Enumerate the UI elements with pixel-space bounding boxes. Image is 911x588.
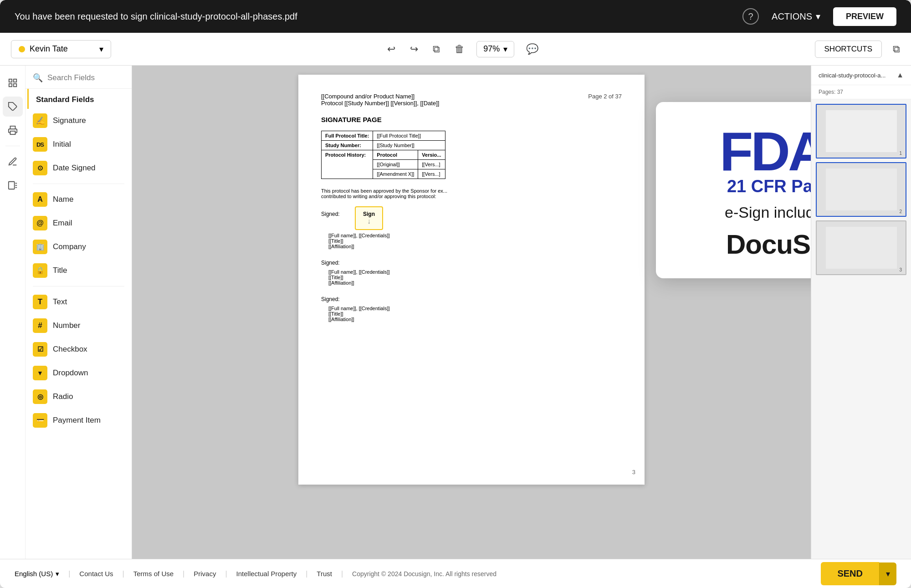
thumbnail-1[interactable]: 1 [816, 104, 906, 159]
sidebar-icon-print[interactable] [3, 120, 23, 140]
zoom-control[interactable]: 97% ▾ [476, 41, 514, 57]
signed-section-3: Signed: [[Full name]], [[Credentials]] [… [321, 295, 622, 322]
radio-icon: ◎ [33, 389, 47, 404]
contact-us-link[interactable]: Contact Us [79, 570, 113, 578]
pdf-page: [[Compound and/or Product Name]] Protoco… [298, 75, 645, 485]
actions-button[interactable]: ACTIONS ▾ [772, 11, 820, 22]
divider-2 [33, 286, 124, 286]
fda-logo: FDA 21 CFR Part 11 [720, 120, 811, 196]
delete-button[interactable]: 🗑 [452, 41, 467, 58]
svg-rect-5 [10, 131, 15, 134]
user-dropdown-chevron-icon: ▾ [99, 44, 103, 54]
svg-rect-0 [9, 79, 11, 82]
signed-label-2: Signed: [321, 260, 340, 266]
field-label-date-signed: Date Signed [53, 164, 96, 173]
field-item-name[interactable]: A Name [26, 188, 132, 211]
toolbar: Kevin Tate ▾ ↩ ↪ ⧉ 🗑 97% ▾ 💬 SHORTCUTS ⧉ [0, 33, 911, 66]
field-label-checkbox: Checkbox [53, 345, 87, 354]
table-cell: [[Full Protocol Title]] [373, 131, 445, 141]
pdf-header-line1: [[Compound and/or Product Name]] [321, 93, 622, 100]
pages-view-button[interactable]: ⧉ [893, 43, 900, 55]
signer-info-2: [[Full name]], [[Credentials]] [[Title]]… [328, 269, 622, 286]
svg-text:FDA: FDA [720, 121, 811, 179]
table-cell: [[Vers...] [418, 169, 445, 179]
field-label-initial: Initial [53, 140, 71, 149]
table-cell: [[Original]] [373, 160, 418, 169]
field-item-radio[interactable]: ◎ Radio [26, 385, 132, 409]
comment-button[interactable]: 💬 [523, 41, 541, 58]
preview-button[interactable]: PREVIEW [833, 7, 896, 26]
field-label-email: Email [53, 219, 72, 228]
field-label-name: Name [53, 195, 73, 204]
table-cell: [[Amendment X]] [373, 169, 418, 179]
table-cell: [[Study Number]] [373, 141, 445, 150]
top-bar: You have been requested to sign clinical… [0, 0, 911, 33]
sign-button-1[interactable]: Sign ↓ [355, 206, 383, 230]
field-item-title[interactable]: 🔒 Title [26, 259, 132, 282]
sidebar-icon-pen[interactable] [3, 152, 23, 172]
fields-list: ✍ Signature DS Initial ⊙ Date Signed [26, 109, 132, 432]
company-icon: 🏢 [33, 240, 47, 254]
shortcuts-button[interactable]: SHORTCUTS [815, 41, 882, 58]
sidebar-icon-strip [0, 66, 26, 559]
sidebar-icon-pages[interactable] [3, 175, 23, 195]
email-icon: @ [33, 216, 47, 230]
field-item-date-signed[interactable]: ⊙ Date Signed [26, 156, 132, 180]
thumbnail-2[interactable]: 2 [816, 162, 906, 217]
sidebar-icon-tag[interactable] [3, 97, 23, 117]
user-dropdown[interactable]: Kevin Tate ▾ [11, 40, 111, 58]
sidebar: 🔍 ✕ Standard Fields ✍ Signature DS [0, 66, 132, 559]
request-text: You have been requested to sign clinical… [15, 11, 297, 22]
table-cell: Study Number: [322, 141, 373, 150]
field-item-signature[interactable]: ✍ Signature [26, 109, 132, 133]
field-item-company[interactable]: 🏢 Company [26, 235, 132, 259]
field-item-initial[interactable]: DS Initial [26, 133, 132, 156]
terms-link[interactable]: Terms of Use [133, 570, 174, 578]
text-icon: T [33, 295, 47, 309]
field-item-number[interactable]: # Number [26, 314, 132, 337]
approval-text: This protocol has been approved by the S… [321, 188, 622, 199]
svg-rect-1 [13, 79, 16, 82]
send-button[interactable]: SEND [821, 562, 879, 585]
field-item-checkbox[interactable]: ☑ Checkbox [26, 337, 132, 361]
initial-icon: DS [33, 137, 47, 152]
redo-button[interactable]: ↪ [407, 41, 421, 58]
field-label-text: Text [53, 297, 67, 307]
actions-chevron-icon: ▾ [816, 11, 820, 22]
main-layout: 🔍 ✕ Standard Fields ✍ Signature DS [0, 66, 911, 559]
signer-info-3: [[Full name]], [[Credentials]] [[Title]]… [328, 306, 622, 322]
copy-button[interactable]: ⧉ [430, 41, 443, 58]
field-label-radio: Radio [53, 392, 73, 401]
help-icon[interactable]: ? [742, 8, 759, 25]
intellectual-property-link[interactable]: Intellectual Property [236, 570, 297, 578]
signed-section-1: Signed: Sign ↓ [[Full name]], [[Credenti… [321, 206, 622, 249]
sidebar-icon-fields[interactable] [3, 73, 23, 93]
search-input[interactable] [47, 73, 132, 82]
toolbar-center: ↩ ↪ ⧉ 🗑 97% ▾ 💬 [384, 41, 541, 58]
signed-label-1: Signed: [321, 206, 343, 217]
field-item-dropdown[interactable]: ▼ Dropdown [26, 361, 132, 385]
sign-arrow-icon: ↓ [367, 217, 371, 225]
language-selector[interactable]: English (US) ▾ [15, 570, 59, 578]
signed-label-3: Signed: [321, 296, 340, 302]
send-btn-container: SEND ▾ [821, 562, 896, 585]
field-label-number: Number [53, 321, 80, 330]
send-dropdown-button[interactable]: ▾ [879, 562, 896, 585]
fda-overlay: FDA 21 CFR Part 11 e-Sign included w/ Do… [656, 102, 811, 278]
zoom-chevron-icon: ▾ [503, 44, 507, 54]
date-signed-icon: ⊙ [33, 161, 47, 175]
privacy-link[interactable]: Privacy [194, 570, 216, 578]
page-bottom-number: 3 [632, 469, 635, 476]
number-icon: # [33, 318, 47, 333]
field-item-payment[interactable]: 💳 Payment Item [26, 409, 132, 432]
undo-button[interactable]: ↩ [384, 41, 398, 58]
field-item-text[interactable]: T Text [26, 290, 132, 314]
trust-link[interactable]: Trust [317, 570, 332, 578]
search-icon: 🔍 [33, 73, 43, 83]
thumbnail-3[interactable]: 3 [816, 220, 906, 275]
svg-rect-2 [9, 84, 11, 87]
table-cell: Versio... [418, 150, 445, 160]
checkbox-icon: ☑ [33, 342, 47, 357]
right-panel-collapse-button[interactable]: ▲ [896, 71, 904, 79]
field-item-email[interactable]: @ Email [26, 211, 132, 235]
